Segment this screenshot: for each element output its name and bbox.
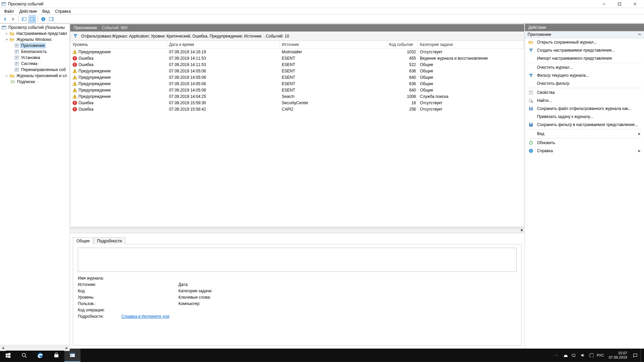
tab-general[interactable]: Общие bbox=[73, 237, 93, 244]
event-table-header: Уровень Дата и время Источник Код событи… bbox=[70, 41, 524, 49]
col-source[interactable]: Источник bbox=[280, 41, 387, 48]
tray-clock[interactable]: 15:07 07.09.2019 bbox=[606, 351, 630, 360]
taskbar: РУС 15:07 07.09.2019 bbox=[0, 349, 644, 362]
tree-custom-views[interactable]: ▷ Настраиваемые представл bbox=[0, 31, 69, 37]
tree-app-log[interactable]: Приложение bbox=[0, 43, 69, 49]
taskbar-store[interactable] bbox=[48, 349, 64, 362]
action-item[interactable]: Обновить bbox=[525, 139, 644, 147]
expand-icon[interactable]: ▷ bbox=[5, 74, 9, 78]
toolbar bbox=[0, 15, 644, 23]
show-desktop-button[interactable] bbox=[641, 349, 643, 362]
subscription-icon bbox=[10, 79, 15, 84]
action-item[interactable]: Найти... bbox=[525, 97, 644, 105]
tray-notifications-icon[interactable] bbox=[632, 352, 639, 359]
toolbar-separator bbox=[18, 16, 19, 22]
app-icon bbox=[1, 2, 6, 6]
taskbar-edge[interactable] bbox=[32, 349, 48, 362]
folder-open-icon bbox=[9, 37, 15, 42]
tray-overflow-icon[interactable] bbox=[553, 352, 560, 359]
show-tree-button[interactable] bbox=[20, 15, 28, 23]
filter-icon bbox=[73, 34, 78, 39]
action-item[interactable]: Справка▶ bbox=[525, 147, 644, 155]
col-code[interactable]: Код события bbox=[387, 41, 418, 48]
table-row[interactable]: Предупреждение07.09.2019 14:04:25Search1… bbox=[70, 93, 524, 100]
search-button[interactable] bbox=[16, 349, 32, 362]
menu-help[interactable]: Справка bbox=[52, 8, 73, 14]
action-item[interactable]: Сохранить фильтр в настраиваемое предста… bbox=[525, 121, 644, 129]
close-button[interactable] bbox=[627, 0, 643, 8]
col-datetime[interactable]: Дата и время bbox=[167, 41, 280, 48]
actions-header: Действия bbox=[525, 24, 644, 31]
tree-forwarded-log[interactable]: Перенаправленные соб bbox=[0, 67, 69, 73]
details-pane: × Общие Подробности Имя журнала: Источни… bbox=[70, 228, 524, 348]
folder-icon bbox=[9, 73, 15, 78]
log-icon bbox=[14, 67, 19, 72]
scroll-left-button[interactable]: ◀ bbox=[0, 345, 6, 351]
tree-security-log[interactable]: Безопасность bbox=[0, 49, 69, 55]
table-row[interactable]: Предупреждение07.09.2019 14:05:06ESENT64… bbox=[70, 87, 524, 93]
details-close-bar: × bbox=[70, 228, 524, 233]
actions-subheader: Приложение bbox=[525, 31, 644, 38]
table-row[interactable]: Предупреждение07.09.2019 14:05:06ESENT63… bbox=[70, 80, 524, 87]
maximize-button[interactable] bbox=[612, 0, 627, 8]
minimize-button[interactable] bbox=[596, 0, 612, 8]
center-header-count: Событий: 960 bbox=[102, 25, 127, 30]
tray-defender-icon[interactable] bbox=[588, 352, 595, 359]
action-item[interactable]: Создать настраиваемое представление... bbox=[525, 46, 644, 54]
details-body: Имя журнала: Источник: Дата: Код Категор… bbox=[73, 244, 522, 346]
menu-file[interactable]: Файл bbox=[1, 8, 17, 14]
help-button[interactable] bbox=[40, 15, 47, 23]
tree-subscriptions[interactable]: Подписки bbox=[0, 79, 69, 85]
table-row[interactable]: Ошибка07.09.2019 14:11:53ESENT455Ведение… bbox=[70, 55, 524, 61]
action-item[interactable]: Сохранить файл отфильтрованного журнала … bbox=[525, 105, 644, 113]
online-help-link[interactable]: Справка в Интернете для bbox=[121, 314, 169, 319]
table-row[interactable]: Ошибка07.09.2019 14:11:53ESENT522Общие bbox=[70, 61, 524, 68]
table-row[interactable]: Ошибка07.09.2019 15:59:30SecurityCenter1… bbox=[70, 100, 524, 106]
tree-setup-log[interactable]: Установка bbox=[0, 55, 69, 61]
window-title: Просмотр событий bbox=[8, 2, 596, 6]
tray-language[interactable]: РУС bbox=[597, 353, 604, 357]
tray-onedrive-icon[interactable] bbox=[562, 352, 569, 359]
toolbar-extra-button[interactable] bbox=[48, 15, 55, 23]
tree-root[interactable]: Просмотр событий (Локальны bbox=[0, 24, 69, 31]
tree-windows-logs[interactable]: ▾ Журналы Windows bbox=[0, 37, 69, 43]
tree-system-log[interactable]: Система bbox=[0, 61, 69, 67]
nav-scrollbar[interactable]: ◀ ▶ bbox=[0, 345, 70, 351]
table-row[interactable]: Предупреждение07.09.2019 14:16:19MsiInst… bbox=[70, 49, 524, 55]
tray-network-icon[interactable] bbox=[571, 352, 577, 359]
menu-bar: Файл Действие Вид Справка bbox=[0, 8, 644, 15]
tab-details[interactable]: Подробности bbox=[93, 237, 125, 244]
expand-icon[interactable]: ▷ bbox=[5, 32, 9, 36]
actions-pane: Действия Приложение Открыть сохраненный … bbox=[525, 24, 644, 349]
details-close-button[interactable]: × bbox=[521, 228, 523, 233]
tree-app-services-logs[interactable]: ▷ Журналы приложений и сл bbox=[0, 73, 69, 79]
eventviewer-icon bbox=[1, 25, 7, 30]
menu-view[interactable]: Вид bbox=[40, 8, 52, 14]
menu-action[interactable]: Действие bbox=[17, 8, 40, 14]
action-item[interactable]: Очистить журнал... bbox=[525, 63, 644, 71]
filter-bar: Отфильтровано:Журнал: Application; Уровн… bbox=[70, 32, 524, 41]
show-actions-button[interactable] bbox=[29, 15, 36, 23]
col-level[interactable]: Уровень bbox=[70, 41, 167, 48]
table-row[interactable]: Ошибка07.09.2019 15:58:42CAPI2256Отсутст… bbox=[70, 106, 524, 112]
title-bar: Просмотр событий bbox=[0, 0, 644, 8]
collapse-icon[interactable]: ▾ bbox=[5, 38, 9, 42]
table-row[interactable]: Предупреждение07.09.2019 14:05:06ESENT64… bbox=[70, 74, 524, 80]
action-item[interactable]: Фильтр текущего журнала... bbox=[525, 71, 644, 79]
action-item[interactable]: Очистить фильтр bbox=[525, 79, 644, 87]
table-row[interactable]: Предупреждение07.09.2019 14:05:06ESENT63… bbox=[70, 68, 524, 74]
action-item[interactable]: Вид▶ bbox=[525, 130, 644, 138]
action-item[interactable]: Импорт настраиваемого представления bbox=[525, 54, 644, 62]
nav-back-button[interactable] bbox=[1, 15, 9, 23]
action-item[interactable]: Открыть сохраненный журнал... bbox=[525, 38, 644, 46]
details-fields: Имя журнала: Источник: Дата: Код Категор… bbox=[78, 276, 517, 319]
tree: Просмотр событий (Локальны ▷ Настраиваем… bbox=[0, 24, 69, 85]
tray-volume-icon[interactable] bbox=[579, 352, 586, 359]
collapse-icon[interactable] bbox=[638, 33, 641, 36]
action-item[interactable]: Привязать задачу к журналу... bbox=[525, 113, 644, 121]
nav-forward-button[interactable] bbox=[9, 15, 17, 23]
action-item[interactable]: Свойства bbox=[525, 88, 644, 97]
event-table-body: Предупреждение07.09.2019 14:16:19MsiInst… bbox=[70, 49, 524, 112]
scroll-right-button[interactable]: ▶ bbox=[64, 345, 70, 351]
col-category[interactable]: Категория задачи bbox=[418, 41, 524, 48]
